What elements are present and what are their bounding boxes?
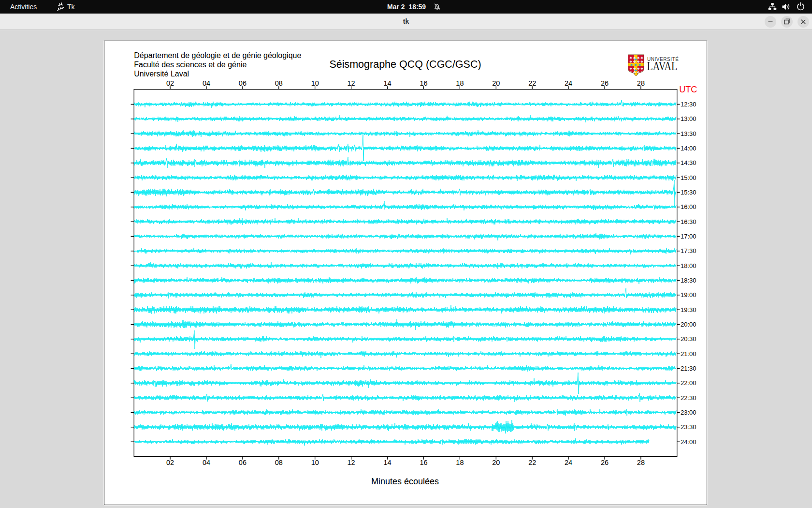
svg-text:22:00: 22:00	[681, 379, 696, 387]
svg-text:21:30: 21:30	[681, 365, 696, 372]
svg-text:20: 20	[492, 79, 500, 87]
svg-text:14: 14	[383, 79, 391, 87]
svg-text:18: 18	[456, 79, 464, 87]
svg-text:13:00: 13:00	[681, 115, 696, 122]
svg-text:10: 10	[311, 79, 319, 87]
svg-text:16: 16	[420, 79, 427, 87]
svg-text:18:00: 18:00	[681, 262, 696, 269]
svg-text:20: 20	[492, 459, 500, 466]
svg-text:18:30: 18:30	[681, 277, 696, 284]
svg-text:12: 12	[348, 79, 355, 87]
svg-text:08: 08	[275, 459, 283, 466]
svg-text:Minutes écoulées: Minutes écoulées	[371, 477, 439, 486]
svg-text:26: 26	[601, 79, 609, 87]
svg-text:26: 26	[601, 459, 609, 466]
svg-text:22:30: 22:30	[681, 394, 696, 402]
svg-text:23:30: 23:30	[681, 423, 696, 431]
svg-text:22: 22	[528, 459, 536, 466]
svg-text:08: 08	[275, 79, 283, 87]
svg-text:10: 10	[311, 459, 319, 466]
svg-text:Département de géologie et de: Département de géologie et de génie géol…	[134, 51, 301, 60]
svg-text:28: 28	[637, 459, 645, 466]
svg-text:24: 24	[565, 79, 572, 87]
svg-text:16:00: 16:00	[681, 203, 696, 210]
svg-text:22: 22	[528, 79, 536, 87]
svg-text:24:00: 24:00	[681, 438, 696, 446]
svg-text:28: 28	[637, 79, 645, 87]
svg-text:12: 12	[348, 459, 355, 466]
svg-text:15:30: 15:30	[681, 189, 696, 196]
svg-text:16: 16	[420, 459, 427, 466]
svg-text:21:00: 21:00	[681, 350, 696, 358]
svg-text:04: 04	[203, 459, 210, 466]
svg-text:19:30: 19:30	[681, 306, 696, 314]
svg-text:14:00: 14:00	[681, 145, 696, 152]
svg-text:14: 14	[383, 459, 391, 466]
svg-text:Université Laval: Université Laval	[134, 70, 189, 78]
svg-text:24: 24	[565, 459, 572, 466]
svg-text:14:30: 14:30	[681, 159, 696, 166]
svg-text:02: 02	[166, 459, 174, 466]
svg-text:17:30: 17:30	[681, 247, 696, 254]
svg-text:Faculté des sciences et de gén: Faculté des sciences et de génie	[134, 60, 246, 69]
svg-text:16:30: 16:30	[681, 218, 696, 225]
svg-text:04: 04	[203, 79, 210, 87]
svg-text:23:00: 23:00	[681, 409, 696, 416]
svg-text:06: 06	[239, 459, 246, 466]
svg-text:06: 06	[239, 79, 246, 87]
svg-text:18: 18	[456, 459, 464, 466]
svg-text:20:30: 20:30	[681, 335, 696, 343]
svg-text:15:00: 15:00	[681, 174, 696, 181]
svg-text:19:00: 19:00	[681, 291, 696, 299]
svg-text:02: 02	[166, 79, 174, 87]
svg-text:20:00: 20:00	[681, 321, 696, 328]
svg-text:17:00: 17:00	[681, 233, 696, 240]
svg-text:12:30: 12:30	[681, 101, 696, 108]
svg-text:UTC: UTC	[679, 85, 697, 94]
svg-text:LAVAL: LAVAL	[647, 60, 678, 73]
svg-text:13:30: 13:30	[681, 130, 696, 137]
svg-text:Séismographe QCQ (CGC/GSC): Séismographe QCQ (CGC/GSC)	[329, 59, 481, 70]
